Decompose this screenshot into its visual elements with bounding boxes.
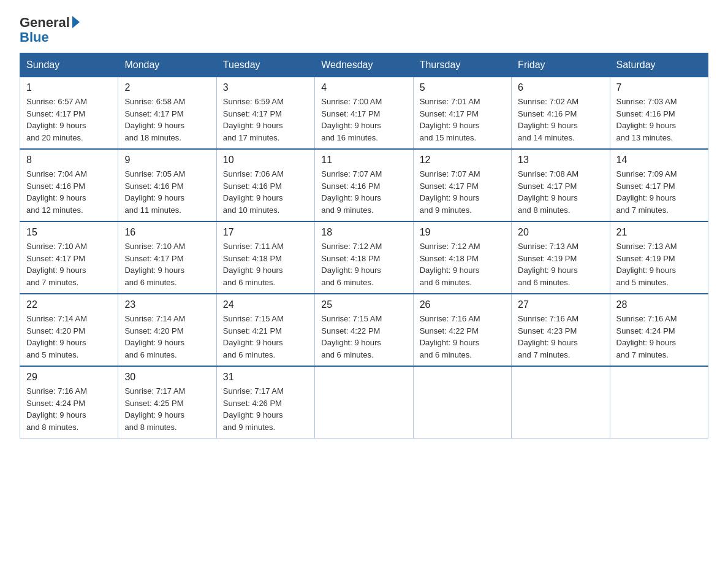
- calendar-cell: 20 Sunrise: 7:13 AMSunset: 4:19 PMDaylig…: [512, 221, 610, 294]
- day-number: 20: [518, 227, 603, 238]
- day-info: Sunrise: 7:03 AMSunset: 4:16 PMDaylight:…: [616, 97, 677, 142]
- day-number: 28: [616, 299, 702, 310]
- day-number: 5: [420, 82, 505, 93]
- calendar-cell: 19 Sunrise: 7:12 AMSunset: 4:18 PMDaylig…: [413, 221, 511, 294]
- day-number: 25: [321, 299, 406, 310]
- calendar-cell: 7 Sunrise: 7:03 AMSunset: 4:16 PMDayligh…: [610, 77, 708, 150]
- day-number: 24: [223, 299, 308, 310]
- calendar-cell: 10 Sunrise: 7:06 AMSunset: 4:16 PMDaylig…: [216, 149, 314, 221]
- calendar-cell: 15 Sunrise: 7:10 AMSunset: 4:17 PMDaylig…: [20, 221, 118, 294]
- calendar-cell: 21 Sunrise: 7:13 AMSunset: 4:19 PMDaylig…: [610, 221, 708, 294]
- logo-general-text: General: [20, 15, 80, 31]
- day-number: 11: [321, 155, 406, 166]
- day-number: 19: [420, 227, 505, 238]
- day-number: 3: [223, 82, 308, 93]
- calendar-cell: 11 Sunrise: 7:07 AMSunset: 4:16 PMDaylig…: [315, 149, 413, 221]
- day-number: 15: [26, 227, 112, 238]
- day-info: Sunrise: 7:00 AMSunset: 4:17 PMDaylight:…: [321, 97, 382, 142]
- logo: General Blue: [20, 15, 80, 45]
- calendar-cell: 23 Sunrise: 7:14 AMSunset: 4:20 PMDaylig…: [118, 294, 216, 366]
- calendar-cell: 1 Sunrise: 6:57 AMSunset: 4:17 PMDayligh…: [20, 77, 118, 150]
- calendar-cell: 12 Sunrise: 7:07 AMSunset: 4:17 PMDaylig…: [413, 149, 511, 221]
- day-number: 10: [223, 155, 308, 166]
- day-info: Sunrise: 7:14 AMSunset: 4:20 PMDaylight:…: [26, 314, 87, 359]
- day-info: Sunrise: 7:09 AMSunset: 4:17 PMDaylight:…: [616, 169, 677, 215]
- day-info: Sunrise: 7:13 AMSunset: 4:19 PMDaylight:…: [616, 242, 677, 287]
- calendar-cell: 9 Sunrise: 7:05 AMSunset: 4:16 PMDayligh…: [118, 149, 216, 221]
- calendar-cell: 27 Sunrise: 7:16 AMSunset: 4:23 PMDaylig…: [512, 294, 610, 366]
- day-info: Sunrise: 6:59 AMSunset: 4:17 PMDaylight:…: [223, 97, 284, 142]
- column-header-monday: Monday: [118, 53, 216, 77]
- day-info: Sunrise: 7:01 AMSunset: 4:17 PMDaylight:…: [420, 97, 480, 142]
- day-info: Sunrise: 7:06 AMSunset: 4:16 PMDaylight:…: [223, 169, 284, 215]
- day-number: 14: [616, 155, 702, 166]
- calendar-cell: 31 Sunrise: 7:17 AMSunset: 4:26 PMDaylig…: [216, 366, 314, 439]
- day-info: Sunrise: 7:11 AMSunset: 4:18 PMDaylight:…: [223, 242, 284, 287]
- day-info: Sunrise: 7:15 AMSunset: 4:21 PMDaylight:…: [223, 314, 284, 359]
- day-number: 2: [124, 82, 210, 93]
- column-header-saturday: Saturday: [610, 53, 708, 77]
- calendar-cell: 6 Sunrise: 7:02 AMSunset: 4:16 PMDayligh…: [512, 77, 610, 150]
- calendar-cell: [512, 366, 610, 439]
- day-number: 29: [26, 372, 112, 383]
- day-info: Sunrise: 6:57 AMSunset: 4:17 PMDaylight:…: [26, 97, 87, 142]
- day-number: 9: [124, 155, 210, 166]
- calendar-cell: [610, 366, 708, 439]
- day-number: 8: [26, 155, 112, 166]
- day-number: 18: [321, 227, 406, 238]
- day-number: 26: [420, 299, 505, 310]
- day-info: Sunrise: 7:16 AMSunset: 4:23 PMDaylight:…: [518, 314, 578, 359]
- calendar-cell: 16 Sunrise: 7:10 AMSunset: 4:17 PMDaylig…: [118, 221, 216, 294]
- calendar-cell: 4 Sunrise: 7:00 AMSunset: 4:17 PMDayligh…: [315, 77, 413, 150]
- day-info: Sunrise: 7:02 AMSunset: 4:16 PMDaylight:…: [518, 97, 578, 142]
- calendar-week-row: 29 Sunrise: 7:16 AMSunset: 4:24 PMDaylig…: [20, 366, 708, 439]
- calendar-cell: 26 Sunrise: 7:16 AMSunset: 4:22 PMDaylig…: [413, 294, 511, 366]
- calendar-cell: 18 Sunrise: 7:12 AMSunset: 4:18 PMDaylig…: [315, 221, 413, 294]
- calendar-cell: 14 Sunrise: 7:09 AMSunset: 4:17 PMDaylig…: [610, 149, 708, 221]
- calendar-cell: 17 Sunrise: 7:11 AMSunset: 4:18 PMDaylig…: [216, 221, 314, 294]
- calendar-cell: 29 Sunrise: 7:16 AMSunset: 4:24 PMDaylig…: [20, 366, 118, 439]
- day-info: Sunrise: 7:07 AMSunset: 4:16 PMDaylight:…: [321, 169, 382, 215]
- day-number: 13: [518, 155, 603, 166]
- day-number: 7: [616, 82, 702, 93]
- day-number: 1: [26, 82, 112, 93]
- day-info: Sunrise: 7:10 AMSunset: 4:17 PMDaylight:…: [124, 242, 185, 287]
- calendar-cell: 5 Sunrise: 7:01 AMSunset: 4:17 PMDayligh…: [413, 77, 511, 150]
- calendar-cell: 28 Sunrise: 7:16 AMSunset: 4:24 PMDaylig…: [610, 294, 708, 366]
- calendar-cell: 8 Sunrise: 7:04 AMSunset: 4:16 PMDayligh…: [20, 149, 118, 221]
- calendar-cell: [413, 366, 511, 439]
- day-info: Sunrise: 7:16 AMSunset: 4:24 PMDaylight:…: [26, 386, 87, 432]
- day-info: Sunrise: 7:10 AMSunset: 4:17 PMDaylight:…: [26, 242, 87, 287]
- day-number: 4: [321, 82, 406, 93]
- column-header-sunday: Sunday: [20, 53, 118, 77]
- calendar-cell: 22 Sunrise: 7:14 AMSunset: 4:20 PMDaylig…: [20, 294, 118, 366]
- calendar-week-row: 22 Sunrise: 7:14 AMSunset: 4:20 PMDaylig…: [20, 294, 708, 366]
- day-number: 21: [616, 227, 702, 238]
- day-info: Sunrise: 7:16 AMSunset: 4:22 PMDaylight:…: [420, 314, 480, 359]
- column-header-tuesday: Tuesday: [216, 53, 314, 77]
- day-info: Sunrise: 7:16 AMSunset: 4:24 PMDaylight:…: [616, 314, 677, 359]
- day-info: Sunrise: 7:17 AMSunset: 4:26 PMDaylight:…: [223, 386, 284, 432]
- day-info: Sunrise: 7:07 AMSunset: 4:17 PMDaylight:…: [420, 169, 480, 215]
- calendar-cell: 2 Sunrise: 6:58 AMSunset: 4:17 PMDayligh…: [118, 77, 216, 150]
- day-number: 12: [420, 155, 505, 166]
- logo-arrow-icon: [72, 16, 80, 28]
- day-info: Sunrise: 7:05 AMSunset: 4:16 PMDaylight:…: [124, 169, 185, 215]
- day-number: 6: [518, 82, 603, 93]
- day-info: Sunrise: 7:04 AMSunset: 4:16 PMDaylight:…: [26, 169, 87, 215]
- day-number: 23: [124, 299, 210, 310]
- day-info: Sunrise: 7:12 AMSunset: 4:18 PMDaylight:…: [420, 242, 480, 287]
- calendar-cell: 3 Sunrise: 6:59 AMSunset: 4:17 PMDayligh…: [216, 77, 314, 150]
- logo-blue-text: Blue: [20, 29, 49, 45]
- column-header-friday: Friday: [512, 53, 610, 77]
- calendar-cell: 24 Sunrise: 7:15 AMSunset: 4:21 PMDaylig…: [216, 294, 314, 366]
- day-info: Sunrise: 7:08 AMSunset: 4:17 PMDaylight:…: [518, 169, 578, 215]
- calendar-week-row: 1 Sunrise: 6:57 AMSunset: 4:17 PMDayligh…: [20, 77, 708, 150]
- calendar-header-row: SundayMondayTuesdayWednesdayThursdayFrid…: [20, 53, 708, 77]
- day-info: Sunrise: 7:12 AMSunset: 4:18 PMDaylight:…: [321, 242, 382, 287]
- day-info: Sunrise: 7:15 AMSunset: 4:22 PMDaylight:…: [321, 314, 382, 359]
- day-number: 16: [124, 227, 210, 238]
- day-number: 31: [223, 372, 308, 383]
- calendar-week-row: 8 Sunrise: 7:04 AMSunset: 4:16 PMDayligh…: [20, 149, 708, 221]
- calendar-table: SundayMondayTuesdayWednesdayThursdayFrid…: [20, 53, 708, 439]
